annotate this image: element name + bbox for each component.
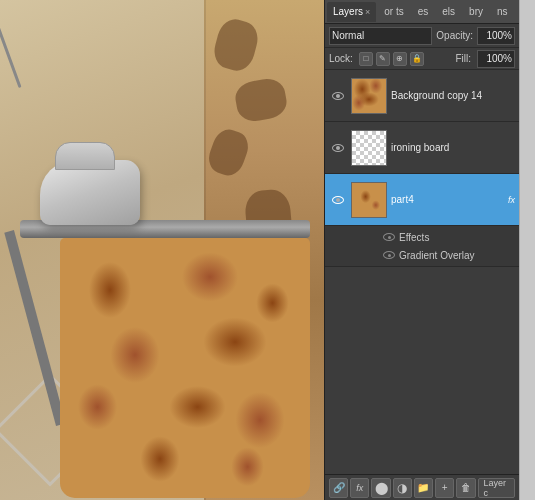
eye-icon-2: [332, 144, 344, 152]
layer-visibility-1[interactable]: [329, 87, 347, 105]
effect-eye-effects[interactable]: [383, 233, 395, 241]
panel-toolbar: 🔗 fx ⬤ ◑ 📁 + 🗑 Layer c: [325, 474, 519, 500]
lock-all-icon[interactable]: 🔒: [410, 52, 424, 66]
canvas-area: [0, 0, 324, 500]
panel-tabs: Layers × or ts es els bry ns: [325, 0, 519, 24]
tab-ns[interactable]: ns: [491, 2, 514, 22]
layer-fx-badge: fx: [508, 195, 515, 205]
eye-icon-3: [332, 196, 344, 204]
layer-item-background-copy-14[interactable]: Background copy 14: [325, 70, 519, 122]
layer-visibility-2[interactable]: [329, 139, 347, 157]
tab-layers-label: Layers: [333, 6, 363, 17]
tab-es-label: es: [418, 6, 429, 17]
add-mask-button[interactable]: ⬤: [371, 478, 390, 498]
adjustment-button[interactable]: ◑: [393, 478, 412, 498]
effect-item-gradient-overlay: Gradient Overlay: [383, 246, 515, 264]
right-strip: [519, 0, 535, 500]
effect-label-effects: Effects: [399, 232, 429, 243]
tab-or-ts[interactable]: or ts: [378, 2, 409, 22]
layer-count-display: Layer c: [478, 478, 515, 498]
fx-button[interactable]: fx: [350, 478, 369, 498]
lock-position-icon[interactable]: ⊕: [393, 52, 407, 66]
tab-or-ts-label: or ts: [384, 6, 403, 17]
lock-transparent-icon[interactable]: □: [359, 52, 373, 66]
lock-icons: □ ✎ ⊕ 🔒: [359, 52, 424, 66]
iron-handle: [55, 142, 115, 170]
giraffe-fabric: [60, 238, 310, 498]
layer-name-3: part4: [391, 194, 504, 205]
effect-item-effects: Effects: [383, 228, 515, 246]
layers-panel: Layers × or ts es els bry ns Normal: [324, 0, 519, 500]
eye-icon-1: [332, 92, 344, 100]
tab-els-label: els: [442, 6, 455, 17]
tab-els[interactable]: els: [436, 2, 461, 22]
layer-thumb-3: [351, 182, 387, 218]
layers-list: Background copy 14 ironing board: [325, 70, 519, 474]
thumb-giraffe-1: [352, 79, 386, 113]
fill-label: Fill:: [455, 53, 471, 64]
effect-eye-gradient[interactable]: [383, 251, 395, 259]
lock-image-icon[interactable]: ✎: [376, 52, 390, 66]
tab-layers[interactable]: Layers ×: [327, 2, 376, 22]
layer-item-part4[interactable]: part4 fx: [325, 174, 519, 226]
layer-thumb-1: [351, 78, 387, 114]
layer-name-1: Background copy 14: [391, 90, 515, 101]
tab-ns-label: ns: [497, 6, 508, 17]
iron: [40, 160, 140, 225]
tab-bry[interactable]: bry: [463, 2, 489, 22]
opacity-label: Opacity:: [436, 30, 473, 41]
tab-es[interactable]: es: [412, 2, 435, 22]
tab-bry-label: bry: [469, 6, 483, 17]
layer-item-ironing-board[interactable]: ironing board: [325, 122, 519, 174]
fill-input[interactable]: [477, 50, 515, 68]
lock-label: Lock:: [329, 53, 353, 64]
delete-layer-button[interactable]: 🗑: [456, 478, 475, 498]
layer-visibility-3[interactable]: [329, 191, 347, 209]
layer-count-label: Layer c: [484, 478, 509, 498]
link-layers-button[interactable]: 🔗: [329, 478, 348, 498]
new-layer-button[interactable]: +: [435, 478, 454, 498]
layer-thumb-2: [351, 130, 387, 166]
lock-fill-row: Lock: □ ✎ ⊕ 🔒 Fill:: [325, 48, 519, 70]
layer-info-2: ironing board: [391, 142, 515, 153]
blend-opacity-row: Normal Dissolve Multiply Screen Overlay …: [325, 24, 519, 48]
layer-info-3: part4: [391, 194, 504, 205]
tab-layers-close[interactable]: ×: [365, 7, 370, 17]
layer-name-2: ironing board: [391, 142, 515, 153]
thumb-checker-2: [352, 131, 386, 165]
group-button[interactable]: 📁: [414, 478, 433, 498]
layer-effects-part4: Effects Gradient Overlay: [325, 226, 519, 267]
thumb-giraffe-small-3: [352, 183, 386, 217]
effect-label-gradient: Gradient Overlay: [399, 250, 475, 261]
layer-info-1: Background copy 14: [391, 90, 515, 101]
opacity-input[interactable]: [477, 27, 515, 45]
blend-mode-select[interactable]: Normal Dissolve Multiply Screen Overlay: [329, 27, 432, 45]
